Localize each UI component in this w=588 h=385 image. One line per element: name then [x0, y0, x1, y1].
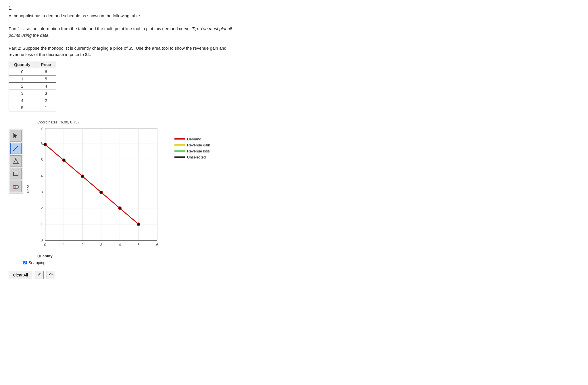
svg-text:6: 6 — [156, 243, 158, 247]
table-cell: 5 — [9, 104, 36, 111]
graph-area: Coordinates: (6.00, 0.75) Price — [9, 120, 579, 258]
coordinates-label: Coordinates: (6.00, 0.75) — [37, 120, 79, 124]
svg-text:1: 1 — [41, 222, 43, 226]
svg-point-45 — [62, 159, 65, 162]
svg-text:4: 4 — [41, 174, 43, 178]
legend-line — [174, 138, 185, 140]
clear-all-button[interactable]: Clear All — [9, 271, 32, 279]
legend-label: Unselected — [187, 155, 206, 159]
svg-text:4: 4 — [119, 243, 121, 247]
svg-point-8 — [15, 158, 16, 159]
svg-text:6: 6 — [41, 142, 43, 146]
x-axis-label: Quantity — [37, 254, 53, 258]
svg-text:3: 3 — [100, 243, 102, 247]
table-cell: 1 — [9, 75, 36, 82]
eraser-tool[interactable] — [10, 181, 22, 192]
legend-item: Revenue loss — [174, 149, 210, 153]
legend-label: Revenue loss — [187, 149, 210, 153]
snapping-row: Snapping — [23, 260, 579, 265]
svg-rect-10 — [14, 172, 18, 175]
rectangle-tool[interactable] — [10, 168, 22, 179]
legend-line — [174, 144, 185, 146]
svg-rect-12 — [13, 185, 16, 188]
snapping-label: Snapping — [28, 260, 45, 265]
svg-point-7 — [13, 163, 14, 164]
demand-chart: 0 1 2 3 4 5 6 7 0 1 2 3 4 5 6 — [31, 125, 169, 252]
table-cell: 5 — [36, 75, 56, 82]
table-cell: 6 — [36, 68, 56, 75]
y-axis-label: Price — [26, 185, 30, 193]
table-cell: 2 — [9, 82, 36, 90]
problem-part2: Part 2: Suppose the monopolist is curren… — [9, 45, 233, 58]
legend: Demand Revenue gain Revenue loss Unselec… — [174, 137, 210, 161]
svg-text:0: 0 — [41, 238, 43, 242]
chart-svg: 0 1 2 3 4 5 6 7 0 1 2 3 4 5 6 — [31, 125, 169, 253]
svg-text:7: 7 — [41, 126, 43, 130]
area-tool[interactable] — [10, 155, 22, 167]
svg-point-9 — [18, 163, 19, 164]
svg-point-49 — [137, 223, 140, 226]
svg-marker-6 — [14, 159, 18, 163]
legend-item: Demand — [174, 137, 210, 141]
legend-label: Demand — [187, 137, 201, 141]
col-header-price: Price — [36, 61, 56, 68]
pointer-tool[interactable] — [10, 130, 22, 142]
legend-item: Revenue gain — [174, 143, 210, 147]
snapping-checkbox[interactable] — [23, 261, 27, 264]
table-cell: 3 — [9, 90, 36, 97]
problem-number: 1. — [9, 6, 579, 11]
multipoint-line-tool[interactable] — [10, 143, 22, 154]
table-cell: 1 — [36, 104, 56, 111]
col-header-quantity: Quantity — [9, 61, 36, 68]
bottom-bar: Clear All ↶ ↷ — [9, 271, 579, 279]
table-cell: 4 — [36, 82, 56, 90]
demand-table: Quantity Price 061524334251 — [9, 61, 56, 111]
problem-description: A monopolist has a demand schedule as sh… — [9, 13, 233, 19]
table-cell: 2 — [36, 97, 56, 104]
svg-text:2: 2 — [41, 206, 43, 210]
redo-button[interactable]: ↷ — [47, 271, 55, 279]
svg-line-5 — [16, 146, 18, 148]
svg-text:5: 5 — [137, 243, 139, 247]
problem-part1: Part 1: Use the information from the tab… — [9, 26, 233, 38]
svg-text:2: 2 — [81, 243, 83, 247]
svg-point-46 — [81, 175, 84, 178]
svg-text:1: 1 — [63, 243, 65, 247]
table-cell: 0 — [9, 68, 36, 75]
svg-text:0: 0 — [44, 243, 46, 247]
table-cell: 3 — [36, 90, 56, 97]
svg-point-47 — [100, 191, 103, 194]
svg-text:5: 5 — [41, 158, 43, 162]
svg-point-44 — [44, 143, 47, 146]
undo-button[interactable]: ↶ — [35, 271, 44, 279]
table-cell: 4 — [9, 97, 36, 104]
svg-text:3: 3 — [41, 190, 43, 194]
legend-item: Unselected — [174, 155, 210, 159]
toolbox — [9, 129, 23, 194]
legend-line — [174, 150, 185, 152]
svg-line-4 — [14, 148, 16, 150]
legend-label: Revenue gain — [187, 143, 210, 147]
legend-line — [174, 156, 185, 158]
svg-marker-0 — [14, 133, 18, 138]
chart-container: Coordinates: (6.00, 0.75) Price — [26, 120, 210, 258]
svg-point-48 — [118, 207, 121, 210]
